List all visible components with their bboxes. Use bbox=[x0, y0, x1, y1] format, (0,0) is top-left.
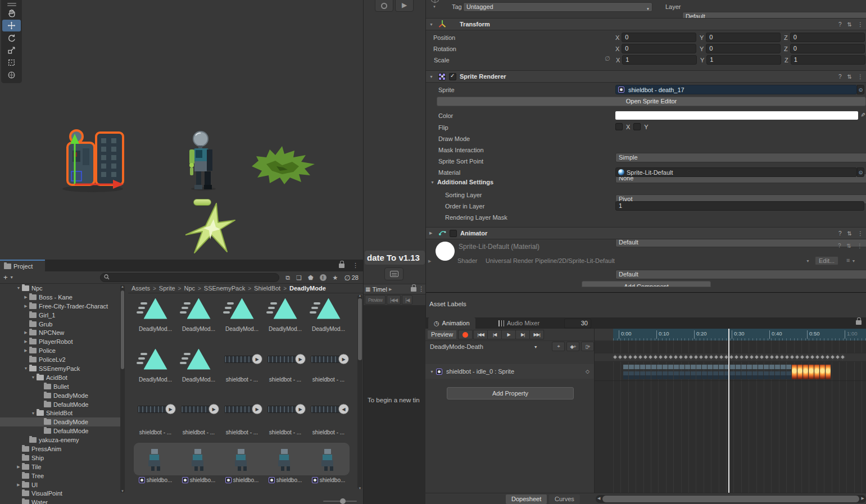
scene-sprite-shieldbot-selected[interactable] bbox=[58, 127, 134, 194]
search-box[interactable] bbox=[100, 273, 279, 282]
hand-tool-button[interactable] bbox=[2, 7, 21, 19]
thumbnail-zoom-slider[interactable] bbox=[323, 498, 357, 504]
breadcrumb-item[interactable]: Npc> bbox=[184, 285, 203, 292]
play-button[interactable]: ▶ bbox=[395, 0, 414, 12]
keyframe-diamond-icon[interactable]: ◇ bbox=[586, 369, 590, 374]
y-field[interactable]: 0 bbox=[706, 33, 781, 42]
asset-item[interactable]: shieldbo... bbox=[264, 447, 307, 483]
asset-item[interactable]: shieldbo... bbox=[134, 447, 177, 483]
record-button[interactable] bbox=[458, 330, 473, 339]
asset-item[interactable]: ▶ shieldbot - ... bbox=[177, 399, 220, 435]
preset-icon[interactable]: ⇅ bbox=[847, 243, 851, 249]
lock-icon[interactable] bbox=[339, 264, 344, 268]
asset-item[interactable]: ▶ shieldbot - ... bbox=[307, 347, 350, 383]
tree-item[interactable]: PressAnim bbox=[0, 444, 120, 453]
transport-button[interactable]: |◀ bbox=[487, 330, 502, 339]
foldout-arrow-icon[interactable]: ▶ bbox=[22, 348, 29, 353]
asset-item[interactable]: shieldbo... bbox=[220, 447, 264, 483]
tree-item[interactable]: DefaultMode bbox=[0, 400, 120, 409]
timeline-tab[interactable]: Timel bbox=[372, 286, 387, 293]
foldout-arrow-icon[interactable]: ▼ bbox=[22, 366, 29, 370]
asset-item[interactable]: DeadlyMod... bbox=[134, 296, 177, 332]
play-badge[interactable]: ▶ bbox=[208, 404, 219, 415]
kebab-menu-icon[interactable]: ⋮ bbox=[418, 285, 424, 293]
preset-icon[interactable]: ⇅ bbox=[847, 230, 852, 237]
open-sprite-editor-button[interactable]: Open Sprite Editor bbox=[437, 97, 866, 106]
hidden-count[interactable]: ∅ 28 bbox=[344, 274, 359, 282]
preview-toggle-button[interactable]: Preview bbox=[427, 330, 457, 339]
foldout-icon[interactable]: ▼ bbox=[429, 22, 435, 26]
play-badge[interactable]: ▶ bbox=[338, 354, 349, 365]
curves-button[interactable]: Curves bbox=[549, 494, 580, 504]
add-keyframe-pivot-icon[interactable]: ⌖ bbox=[552, 342, 565, 351]
tree-item[interactable]: Ship bbox=[0, 453, 120, 462]
scrollbar-thumb[interactable] bbox=[602, 496, 859, 502]
tree-item[interactable]: ▶ Free-City-Trader-Charact bbox=[0, 302, 120, 311]
asset-item[interactable]: DeadlyMod... bbox=[220, 296, 264, 332]
favorites-icon[interactable]: ★ bbox=[333, 274, 338, 281]
search-by-type-icon[interactable]: ❏ bbox=[296, 274, 302, 281]
object-picker-icon[interactable]: ⊙ bbox=[857, 85, 864, 94]
more-icon[interactable]: ⋮ bbox=[858, 21, 863, 28]
foldout-arrow-icon[interactable]: ▶ bbox=[22, 330, 29, 335]
sprite-renderer-header[interactable]: ▼ Sprite Renderer ?⇅⋮ bbox=[426, 70, 866, 83]
asset-grid-scrollbar[interactable]: ▲▼ bbox=[357, 295, 362, 489]
foldout-arrow-icon[interactable]: ▶ bbox=[22, 339, 29, 344]
tree-item[interactable]: yakuza-enemy bbox=[0, 435, 120, 444]
transform-header[interactable]: ▼ Transform ?⇅⋮ bbox=[426, 18, 866, 30]
foldout-arrow-icon[interactable]: ▶ bbox=[15, 483, 22, 487]
timeline-ruler[interactable]: 0:000:100:200:300:400:501:00 bbox=[613, 329, 866, 340]
project-tab[interactable]: Project bbox=[0, 260, 45, 271]
alert-icon[interactable]: ! bbox=[320, 274, 327, 281]
tab-animation[interactable]: ◷ Animation bbox=[428, 317, 475, 329]
tree-scrollbar[interactable]: ▲▼ bbox=[120, 285, 125, 493]
tree-item[interactable]: DeadlyMode bbox=[0, 391, 120, 400]
list-icon[interactable]: ≡ ▼ bbox=[846, 257, 855, 264]
asset-item[interactable]: ▶ shieldbot - ... bbox=[264, 399, 307, 435]
tree-item[interactable]: ▼ ShieldBot bbox=[0, 408, 120, 417]
search-by-label-icon[interactable]: ⬟ bbox=[308, 274, 314, 281]
x-field[interactable]: 1 bbox=[622, 55, 697, 65]
foldout-arrow-icon[interactable]: ▶ bbox=[22, 304, 29, 308]
search-input[interactable] bbox=[112, 274, 275, 281]
shader-edit-button[interactable]: Edit... bbox=[815, 256, 838, 265]
z-field[interactable]: 1 bbox=[791, 55, 865, 65]
help-icon[interactable]: ? bbox=[838, 243, 841, 249]
scene-sprite-spark[interactable] bbox=[185, 202, 236, 255]
breadcrumb-item[interactable]: ShieldBot> bbox=[254, 285, 289, 292]
tree-item[interactable]: Water bbox=[0, 498, 120, 504]
open-in-new-icon[interactable]: ⧉ bbox=[285, 274, 290, 281]
tree-item[interactable]: ▶ UI bbox=[0, 480, 120, 489]
timeline-transport-button[interactable]: |◀◀ bbox=[387, 295, 401, 305]
animated-property-row[interactable]: ▼ shieldbot - idle_0 : Sprite ◇ bbox=[425, 364, 594, 379]
play-badge[interactable]: ▶ bbox=[252, 354, 262, 365]
help-icon[interactable]: ? bbox=[838, 74, 842, 80]
transport-button[interactable]: |◀◀ bbox=[473, 330, 488, 339]
dopesheet-area[interactable]: 0:000:100:200:300:400:501:00 bbox=[594, 329, 866, 493]
more-icon[interactable]: ⋮ bbox=[858, 230, 863, 237]
tree-item[interactable]: DeadlyMode bbox=[0, 417, 120, 426]
play-badge[interactable]: ▶ bbox=[295, 354, 306, 365]
transport-button[interactable]: ▶▶| bbox=[529, 330, 544, 339]
preset-icon[interactable]: ⇅ bbox=[847, 21, 852, 28]
slider-knob[interactable] bbox=[340, 498, 346, 504]
tree-item[interactable]: DefaultMode bbox=[0, 426, 120, 435]
asset-item[interactable]: ◀ shieldbot - ... bbox=[307, 399, 350, 435]
material-object-field[interactable]: Sprite-Lit-Default bbox=[615, 167, 857, 177]
current-frame-field[interactable]: 30 bbox=[564, 319, 591, 328]
z-field[interactable]: 0 bbox=[790, 33, 865, 42]
asset-item[interactable]: shieldbo... bbox=[177, 447, 220, 483]
tree-item[interactable]: Tree bbox=[0, 471, 120, 480]
kebab-menu-icon[interactable]: ⋮ bbox=[352, 262, 359, 269]
tree-item[interactable]: ▶ PlayerRobot bbox=[0, 337, 120, 346]
flip-y-checkbox[interactable] bbox=[633, 123, 641, 130]
color-swatch[interactable] bbox=[615, 111, 858, 120]
add-event-icon[interactable]: ▯+ bbox=[581, 342, 594, 351]
link-icon[interactable]: ∅ bbox=[605, 55, 610, 62]
lock-icon[interactable] bbox=[856, 320, 862, 325]
tree-item[interactable]: ▶ Police bbox=[0, 346, 120, 355]
tag-dropdown[interactable]: Untagged▼ bbox=[463, 2, 652, 12]
additional-settings-foldout[interactable]: ▼ Additional Settings bbox=[430, 179, 493, 185]
help-icon[interactable]: ? bbox=[838, 21, 842, 28]
rendering-layer-mask-dropdown[interactable]: Default▼ bbox=[615, 270, 866, 279]
